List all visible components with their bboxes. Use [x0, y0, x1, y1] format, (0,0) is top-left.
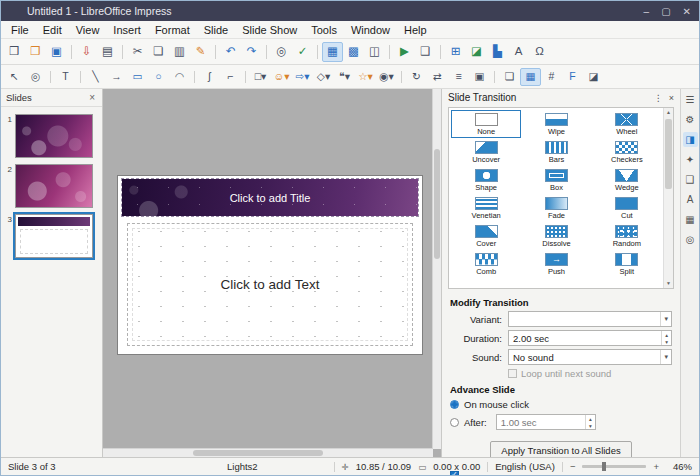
curve-button[interactable]: ʃ [199, 68, 220, 86]
chevron-down-icon[interactable] [660, 350, 671, 364]
transition-scrollbar[interactable]: ▲ ▼ [663, 108, 673, 288]
properties-icon[interactable]: ⚙ [683, 112, 698, 127]
spelling-button[interactable]: ✓ [292, 42, 313, 62]
print-button[interactable]: ▤ [97, 42, 118, 62]
spin-down-icon[interactable] [662, 338, 671, 345]
zoom-in-icon[interactable] [653, 461, 659, 472]
new-button[interactable]: ❒ [4, 42, 25, 62]
menu-window[interactable]: Window [344, 23, 397, 37]
insert-chart-button[interactable]: ▙ [487, 42, 508, 62]
rectangle-button[interactable]: ▭ [127, 68, 148, 86]
slide-thumbnail[interactable] [15, 164, 93, 208]
find-replace-button[interactable]: ◎ [271, 42, 292, 62]
navigator-icon[interactable]: ◎ [683, 232, 698, 247]
insert-textbox-button[interactable]: A [508, 42, 529, 62]
callouts-button[interactable]: ❝▾ [334, 68, 355, 86]
transition-option[interactable]: Comb [451, 250, 521, 278]
after-spinner[interactable]: 1.00 sec [496, 414, 596, 430]
menu-insert[interactable]: Insert [106, 23, 148, 37]
slide-transition-icon[interactable]: ◨ [683, 132, 698, 147]
separator[interactable] [118, 42, 127, 62]
menu-tools[interactable]: Tools [304, 23, 344, 37]
master-slides-icon[interactable]: ❑ [683, 172, 698, 187]
flowchart-button[interactable]: ◇▾ [313, 68, 334, 86]
language-status[interactable]: English (USA) [495, 461, 555, 472]
transition-option[interactable]: Push [521, 250, 591, 278]
transition-option[interactable]: Box [521, 166, 591, 194]
basic-shapes-button[interactable]: □▾ [250, 68, 271, 86]
arrange-button[interactable]: ▣ [469, 68, 490, 86]
display-grid-button[interactable]: ▦ [322, 42, 343, 62]
on-mouse-click-radio[interactable] [450, 400, 459, 409]
transition-option[interactable]: None [451, 110, 521, 138]
zoom-button[interactable]: ◎ [25, 68, 46, 86]
menu-help[interactable]: Help [397, 23, 434, 37]
scroll-down-icon[interactable]: ▼ [664, 279, 673, 288]
menu-edit[interactable]: Edit [36, 23, 69, 37]
sound-dropdown[interactable]: No sound [508, 349, 672, 365]
separator[interactable] [241, 68, 250, 86]
menu-file[interactable]: File [4, 23, 36, 37]
show-grid-button[interactable]: ▦ [520, 68, 541, 86]
panel-menu-icon[interactable]: ⋮ [654, 93, 663, 103]
stars-button[interactable]: ☆▾ [355, 68, 376, 86]
slide-editor[interactable]: Click to add Title Click to add Text [103, 89, 441, 457]
align-button[interactable]: ≡ [448, 68, 469, 86]
zoom-slider-thumb[interactable] [602, 462, 606, 471]
master-slide-name[interactable]: Lights2 [227, 461, 327, 472]
separator[interactable] [46, 68, 55, 86]
connector-button[interactable]: ⌐ [220, 68, 241, 86]
line-button[interactable]: ╲ [85, 68, 106, 86]
separator[interactable] [313, 42, 322, 62]
transition-option[interactable]: Wheel [592, 110, 662, 138]
scrollbar-thumb[interactable] [434, 149, 440, 259]
animation-icon[interactable]: ✦ [683, 152, 698, 167]
separator[interactable] [67, 42, 76, 62]
close-button[interactable]: ✕ [683, 6, 691, 17]
arc-button[interactable]: ◠ [169, 68, 190, 86]
transition-option[interactable]: Wipe [521, 110, 591, 138]
block-arrows-button[interactable]: ⇨▾ [292, 68, 313, 86]
3d-objects-button[interactable]: ◉▾ [376, 68, 397, 86]
gallery-button[interactable]: ◪ [583, 68, 604, 86]
shadow-button[interactable]: ❏ [499, 68, 520, 86]
transition-option[interactable]: Bars [521, 138, 591, 166]
horizontal-scrollbar[interactable] [103, 448, 433, 457]
display-views-button[interactable]: ◫ [364, 42, 385, 62]
transition-option[interactable]: Venetian [451, 194, 521, 222]
transition-option[interactable]: Fade [521, 194, 591, 222]
after-radio[interactable] [450, 418, 459, 427]
scroll-up-icon[interactable]: ▲ [664, 108, 673, 117]
loop-sound-checkbox[interactable] [508, 369, 517, 378]
select-button[interactable]: ↖ [4, 68, 25, 86]
transition-option[interactable]: Uncover [451, 138, 521, 166]
paste-button[interactable]: ▥ [169, 42, 190, 62]
sidebar-menu-icon[interactable]: ☰ [683, 92, 698, 107]
separator[interactable] [190, 68, 199, 86]
zoom-out-icon[interactable] [570, 461, 576, 472]
snap-guides-button[interactable]: # [541, 68, 562, 86]
gallery-icon[interactable]: ▦ [683, 212, 698, 227]
automatic-preview-checkbox[interactable] [450, 471, 459, 476]
separator[interactable] [76, 68, 85, 86]
insert-text-box-button[interactable]: T [55, 68, 76, 86]
open-button[interactable]: ❐ [25, 42, 46, 62]
transition-option[interactable]: Checkers [592, 138, 662, 166]
menu-slide[interactable]: Slide [197, 23, 235, 37]
chevron-down-icon[interactable] [660, 312, 671, 326]
transition-option[interactable]: Cover [451, 222, 521, 250]
duration-spinner[interactable]: 2.00 sec [508, 330, 672, 346]
maximize-button[interactable]: ▢ [661, 6, 670, 17]
text-placeholder[interactable]: Click to add Text [127, 223, 413, 346]
insert-image-button[interactable]: ◪ [466, 42, 487, 62]
spin-up-icon[interactable] [662, 331, 671, 338]
menu-slide-show[interactable]: Slide Show [235, 23, 304, 37]
separator[interactable] [436, 42, 445, 62]
spinner-buttons[interactable] [585, 415, 595, 429]
spin-up-icon[interactable] [586, 415, 595, 422]
slide-thumbnail[interactable] [15, 114, 93, 158]
transition-option[interactable]: Cut [592, 194, 662, 222]
line-arrow-button[interactable]: → [106, 68, 127, 86]
transition-option[interactable]: Wedge [592, 166, 662, 194]
snap-to-grid-button[interactable]: ▩ [343, 42, 364, 62]
